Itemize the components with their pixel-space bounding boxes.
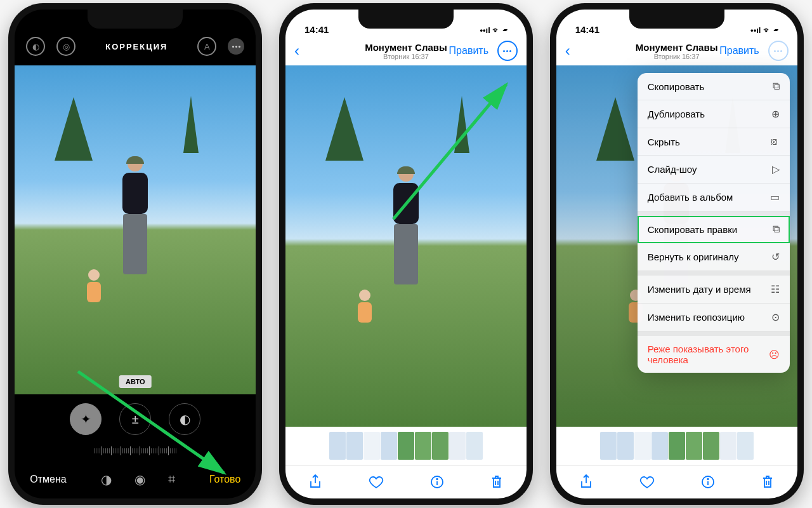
more-button[interactable] bbox=[768, 41, 789, 61]
back-button[interactable]: ‹ bbox=[565, 42, 570, 60]
menu-hide[interactable]: Скрыть⦻ bbox=[638, 128, 790, 156]
notch bbox=[88, 10, 183, 29]
menu-change-location[interactable]: Изменить геопозицию⊙ bbox=[638, 304, 790, 331]
live-icon[interactable]: ◎ bbox=[56, 37, 75, 56]
info-icon[interactable] bbox=[430, 475, 444, 489]
trash-icon[interactable] bbox=[490, 474, 503, 490]
annotation-arrow bbox=[387, 79, 520, 225]
trash-icon[interactable] bbox=[761, 474, 774, 490]
flash-icon[interactable]: ◐ bbox=[26, 37, 45, 56]
svg-point-3 bbox=[437, 479, 438, 480]
status-icons: ••ıl ᯤ ▰ bbox=[750, 25, 778, 35]
annotation-arrow bbox=[78, 371, 243, 486]
editor-title: КОРРЕКЦИЯ bbox=[105, 42, 167, 51]
phone-editor: ◐ ◎ КОРРЕКЦИЯ A АВТО ✦ ± ◐ Отмена ◑ bbox=[8, 3, 262, 505]
duplicate-icon: ⊕ bbox=[771, 108, 780, 120]
location-icon: ⊙ bbox=[771, 311, 780, 323]
svg-line-4 bbox=[393, 84, 506, 219]
nav-title: Монумент Славы Вторник 16:37 bbox=[636, 42, 718, 60]
copy-icon: ⧉ bbox=[773, 81, 780, 92]
menu-copy[interactable]: Скопировать⧉ bbox=[638, 73, 790, 100]
menu-change-date[interactable]: Изменить дату и время☷ bbox=[638, 276, 790, 304]
menu-copy-edits[interactable]: Скопировать правки⧉ bbox=[638, 216, 790, 243]
status-icons: ••ıl ᯤ ▰ bbox=[480, 25, 508, 35]
hide-icon: ⦻ bbox=[769, 136, 780, 147]
thumbnail-strip[interactable] bbox=[556, 427, 797, 465]
markup-icon[interactable]: A bbox=[197, 37, 216, 56]
svg-point-7 bbox=[707, 479, 709, 480]
share-icon[interactable] bbox=[579, 474, 593, 490]
edit-button[interactable]: Править bbox=[719, 45, 759, 57]
person-less-icon: ☹ bbox=[769, 349, 780, 361]
share-icon[interactable] bbox=[308, 474, 322, 490]
menu-revert[interactable]: Вернуть к оригиналу↺ bbox=[638, 243, 790, 271]
revert-icon: ↺ bbox=[771, 251, 780, 263]
notch bbox=[629, 10, 724, 29]
photo-preview: АВТО bbox=[15, 65, 256, 394]
cancel-button[interactable]: Отмена bbox=[30, 474, 66, 485]
album-icon: ▭ bbox=[770, 191, 780, 203]
svg-line-0 bbox=[78, 371, 224, 473]
calendar-icon: ☷ bbox=[771, 283, 780, 295]
phone-viewer: 14:41 ••ıl ᯤ ▰ ‹ Монумент Славы Вторник … bbox=[279, 3, 533, 505]
back-button[interactable]: ‹ bbox=[294, 42, 299, 60]
phone-viewer-menu: 14:41 ••ıl ᯤ ▰ ‹ Монумент Славы Вторник … bbox=[550, 3, 804, 505]
edit-button[interactable]: Править bbox=[449, 45, 488, 57]
menu-add-album[interactable]: Добавить в альбом▭ bbox=[638, 184, 790, 211]
menu-duplicate[interactable]: Дублировать⊕ bbox=[638, 100, 790, 128]
more-icon[interactable] bbox=[228, 38, 244, 55]
play-icon: ▷ bbox=[772, 163, 780, 175]
nav-title: Монумент Славы Вторник 16:37 bbox=[365, 42, 447, 60]
favorite-icon[interactable] bbox=[639, 475, 655, 489]
thumbnail-strip[interactable] bbox=[285, 427, 527, 465]
status-time: 14:41 bbox=[575, 24, 599, 35]
context-menu: Скопировать⧉ Дублировать⊕ Скрыть⦻ Слайд-… bbox=[638, 73, 790, 373]
more-button[interactable] bbox=[497, 41, 518, 61]
copy-edits-icon: ⧉ bbox=[773, 224, 780, 235]
notch bbox=[358, 10, 454, 29]
menu-suggest-less[interactable]: Реже показывать этого человека☹ bbox=[638, 336, 790, 373]
info-icon[interactable] bbox=[701, 475, 715, 489]
menu-slideshow[interactable]: Слайд-шоу▷ bbox=[638, 156, 790, 184]
favorite-icon[interactable] bbox=[369, 475, 384, 489]
status-time: 14:41 bbox=[304, 24, 329, 35]
